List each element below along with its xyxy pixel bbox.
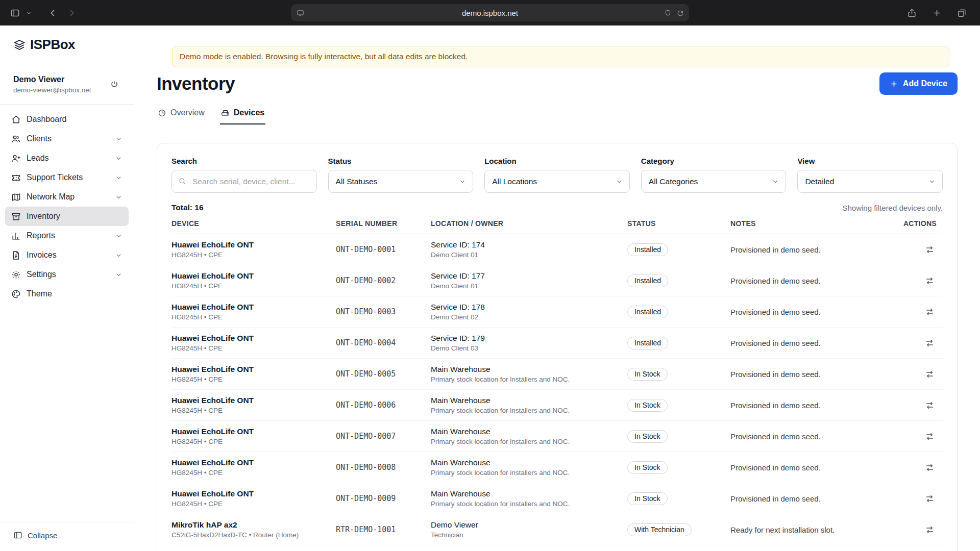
tab-bar: Overview Devices (157, 108, 958, 124)
transfer-action-icon[interactable] (922, 304, 938, 320)
logo-text: ISPBox (30, 37, 75, 53)
device-model: HG8245H • CPE (172, 313, 336, 321)
sidebar-item-settings[interactable]: Settings (5, 265, 129, 284)
palette-icon (11, 289, 21, 299)
device-model: HG8245H • CPE (172, 282, 336, 290)
url-text: demo.ispbox.net (462, 9, 518, 17)
location-detail: Primary stock location for installers an… (431, 438, 627, 445)
new-tab-icon[interactable] (930, 6, 944, 20)
transfer-action-icon[interactable] (922, 429, 938, 444)
browser-chrome: demo.ispbox.net (0, 0, 980, 26)
sidebar-item-network-map[interactable]: Network Map (5, 187, 129, 207)
sidebar-item-inventory[interactable]: Inventory (5, 207, 129, 226)
forward-button[interactable] (65, 6, 79, 20)
reload-icon[interactable] (676, 9, 684, 17)
sidebar-item-clients[interactable]: Clients (5, 129, 129, 148)
ticket-icon (11, 173, 21, 183)
collapse-button[interactable]: Collapse (0, 522, 134, 551)
device-model: HG8245H • CPE (172, 407, 336, 414)
status-select[interactable]: All Statuses (328, 170, 474, 193)
search-input[interactable] (172, 170, 317, 193)
location-owner: Service ID: 178 (431, 303, 627, 312)
table-row[interactable]: Huawei EchoLife ONTHG8245H • CPE ONT-DEM… (172, 421, 943, 452)
location-owner: Service ID: 174 (431, 240, 627, 249)
transfer-action-icon[interactable] (922, 273, 938, 289)
device-model: HG8245H • CPE (172, 469, 336, 477)
table-row[interactable]: MikroTik hAP ax2C52iG-5HaxD2HaxD-TC • Ro… (172, 514, 943, 545)
chevron-down-icon (115, 193, 122, 201)
view-select-value: Detailed (805, 177, 834, 186)
location-select[interactable]: All Locations (484, 170, 630, 193)
column-header-location: LOCATION / OWNER (431, 219, 627, 228)
archive-icon (11, 212, 21, 221)
notes: Provisioned in demo seed. (730, 277, 892, 285)
map-icon (11, 192, 21, 202)
table-row[interactable]: Huawei EchoLife ONTHG8245H • CPE ONT-DEM… (172, 296, 943, 328)
chevron-down-icon (115, 135, 122, 143)
logout-power-icon[interactable] (106, 76, 122, 92)
table-row[interactable]: Huawei EchoLife ONTHG8245H • CPE ONT-DEM… (172, 328, 943, 359)
column-header-notes: NOTES (730, 219, 892, 228)
filter-note: Showing filtered devices only. (843, 204, 943, 212)
location-detail: Demo Client 01 (431, 251, 627, 259)
table-row[interactable]: Huawei EchoLife ONTHG8245H • CPE ONT-DEM… (172, 359, 943, 390)
sidebar-item-leads[interactable]: Leads (5, 148, 129, 168)
column-header-serial: SERIAL NUMBER (336, 219, 431, 228)
device-name: Huawei EchoLife ONT (172, 365, 336, 374)
back-button[interactable] (46, 6, 60, 20)
sidebar-item-theme[interactable]: Theme (5, 284, 129, 304)
location-label: Location (484, 157, 630, 165)
tab-devices[interactable]: Devices (220, 108, 266, 124)
notes: Provisioned in demo seed. (730, 494, 892, 503)
device-name: Huawei EchoLife ONT (172, 334, 336, 343)
add-device-button[interactable]: Add Device (879, 72, 958, 95)
privacy-icon[interactable] (664, 9, 672, 17)
tab-overview-icon[interactable] (955, 6, 969, 20)
device-name: Huawei EchoLife ONT (172, 396, 336, 405)
location-detail: Primary stock location for installers an… (431, 407, 627, 414)
notes: Provisioned in demo seed. (730, 432, 892, 441)
serial-number: ONT-DEMO-0008 (336, 463, 431, 472)
main-content: Demo mode is enabled. Browsing is fully … (134, 26, 980, 551)
transfer-action-icon[interactable] (922, 242, 938, 258)
notes: Provisioned in demo seed. (730, 401, 892, 410)
table-row[interactable]: Huawei EchoLife ONTHG8245H • CPE ONT-DEM… (172, 483, 943, 514)
location-detail: Primary stock location for installers an… (431, 469, 627, 477)
share-icon[interactable] (905, 6, 919, 20)
table-row[interactable]: Huawei EchoLife ONTHG8245H • CPE ONT-DEM… (172, 452, 943, 483)
transfer-action-icon[interactable] (922, 460, 938, 475)
user-plus-icon (11, 154, 21, 163)
transfer-action-icon[interactable] (922, 366, 938, 382)
sidebar-toggle-icon[interactable] (8, 6, 22, 20)
sidebar-item-reports[interactable]: Reports (5, 226, 129, 245)
user-email: demo-viewer@ispbox.net (13, 86, 91, 94)
demo-mode-banner: Demo mode is enabled. Browsing is fully … (172, 46, 949, 67)
pie-chart-icon (158, 109, 166, 117)
chevron-down-icon (115, 232, 122, 240)
location-owner: Main Warehouse (431, 427, 627, 436)
sidebar-item-dashboard[interactable]: Dashboard (5, 110, 129, 129)
chevron-down-icon (115, 155, 122, 162)
total-value: 16 (194, 203, 203, 212)
users-icon (11, 134, 21, 144)
transfer-action-icon[interactable] (922, 335, 938, 351)
table-row[interactable]: Huawei EchoLife ONTHG8245H • CPE ONT-DEM… (172, 390, 943, 421)
transfer-action-icon[interactable] (922, 397, 938, 413)
transfer-action-icon[interactable] (922, 491, 938, 507)
view-select[interactable]: Detailed (797, 170, 943, 193)
table-row[interactable]: Huawei EchoLife ONTHG8245H • CPE ONT-DEM… (172, 265, 943, 296)
sidebar-item-support-tickets[interactable]: Support Tickets (5, 168, 129, 187)
search-label: Search (172, 157, 317, 165)
chevron-down-icon[interactable] (24, 8, 34, 18)
inventory-card: Search Status All Statuses Location (157, 143, 958, 551)
sidebar-item-invoices[interactable]: Invoices (5, 245, 129, 265)
table-row[interactable]: Huawei EchoLife ONTHG8245H • CPE ONT-DEM… (172, 234, 943, 265)
device-model: HG8245H • CPE (172, 438, 336, 445)
serial-number: ONT-DEMO-0007 (336, 432, 431, 441)
chevron-down-icon (115, 174, 122, 182)
category-select[interactable]: All Categories (641, 170, 787, 193)
address-bar[interactable]: demo.ispbox.net (291, 4, 689, 21)
tab-overview[interactable]: Overview (157, 108, 206, 124)
serial-number: ONT-DEMO-0004 (336, 338, 431, 347)
transfer-action-icon[interactable] (922, 522, 938, 538)
